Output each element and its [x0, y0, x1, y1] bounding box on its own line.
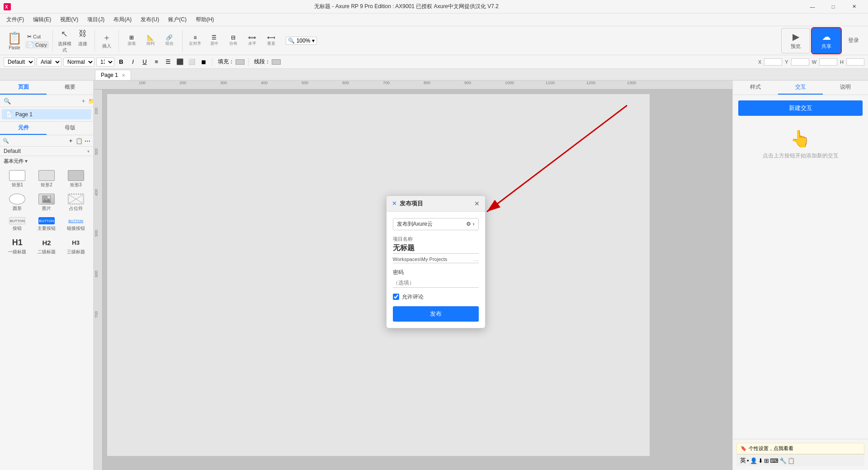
ordered-list-button[interactable]: ≡ — [151, 57, 161, 67]
fill-color-swatch[interactable] — [236, 59, 245, 65]
bottom-icon-6[interactable]: ⌨ — [770, 457, 778, 464]
publish-target-dropdown[interactable]: 发布到Axure云 ⚙ › — [393, 218, 479, 230]
comp-item-placeholder[interactable]: 占位符 — [62, 192, 90, 214]
dialog-close-button[interactable]: ✕ — [474, 200, 480, 207]
style2-select[interactable]: Normal — [63, 57, 94, 66]
paste-button[interactable]: 📋 Paste — [4, 29, 25, 52]
workspace-row: Workspaces\My Projects … — [393, 256, 479, 263]
comp-search-icon[interactable]: 🔍 — [3, 138, 66, 144]
comp-label-rect3: 矩形3 — [70, 182, 82, 188]
comp-item-rect3[interactable]: 矩形3 — [62, 168, 90, 190]
allow-comments-checkbox[interactable] — [393, 294, 399, 300]
menu-publish[interactable]: 发布(U) — [136, 14, 164, 25]
stroke-color-swatch[interactable] — [272, 59, 281, 65]
menu-help[interactable]: 帮助(H) — [191, 14, 219, 25]
comp-item-btn-link[interactable]: BUTTON 链接按钮 — [62, 215, 90, 233]
bottom-icon-7[interactable]: 🔧 — [779, 457, 787, 464]
unordered-list-button[interactable]: ☰ — [163, 57, 173, 67]
h-input[interactable] — [846, 58, 864, 66]
sidebar-search-input[interactable] — [13, 97, 79, 104]
w-input[interactable] — [819, 58, 837, 66]
arrow-right-icon: › — [473, 221, 475, 227]
sidebar-tab-pages[interactable]: 页面 — [0, 81, 47, 95]
menu-account[interactable]: 账户(C) — [164, 14, 191, 25]
bottom-icon-1[interactable]: 英 — [740, 456, 746, 465]
underline-button[interactable]: U — [140, 57, 150, 67]
menu-file[interactable]: 文件(F) — [2, 14, 28, 25]
page-tab-close[interactable]: ✕ — [122, 73, 125, 78]
toolbar-btn-3[interactable]: 🔗 组合 — [160, 33, 179, 47]
align-center-button[interactable]: ⬜ — [187, 57, 197, 67]
comp-add-icon[interactable]: ＋ — [68, 137, 74, 145]
preview-icon: ▶ — [793, 31, 799, 42]
connect-button[interactable]: ⛓ — [75, 28, 91, 40]
comp-item-image[interactable]: 图片 — [33, 192, 61, 214]
close-button[interactable]: ✕ — [844, 0, 864, 14]
comp-copy-icon[interactable]: 📋 — [75, 138, 83, 144]
align-left-button[interactable]: ⬛ — [175, 57, 185, 67]
comp-tab-elements[interactable]: 元件 — [0, 122, 47, 135]
right-tab-style[interactable]: 样式 — [733, 81, 778, 95]
comp-tab-masters[interactable]: 母版 — [47, 122, 93, 135]
comp-item-h2[interactable]: H2 二级标题 — [33, 235, 61, 257]
comp-label-h3: 三级标题 — [67, 249, 85, 255]
add-page-icon[interactable]: ＋ — [80, 97, 86, 105]
menu-project[interactable]: 项目(J) — [83, 14, 109, 25]
x-input[interactable] — [764, 58, 782, 66]
style-select[interactable]: Default — [4, 57, 35, 66]
comp-item-rect2[interactable]: 矩形2 — [33, 168, 61, 190]
cut-button[interactable]: ✂ Cut — [25, 33, 49, 40]
comp-item-oval[interactable]: 圆形 — [4, 192, 31, 214]
select-mode-button[interactable]: ↖ — [57, 28, 73, 40]
sidebar-tab-outline[interactable]: 概要 — [47, 81, 93, 95]
zoom-control[interactable]: 🔍 100% ▾ — [286, 37, 317, 45]
workspace-browse-btn[interactable]: … — [474, 256, 479, 262]
page-tab-1[interactable]: Page 1 ✕ — [95, 70, 131, 80]
align-right-button[interactable]: ◼ — [198, 57, 208, 67]
bottom-icon-8[interactable]: 📋 — [788, 457, 795, 464]
menu-edit[interactable]: 编辑(E) — [28, 14, 56, 25]
comp-item-rect1[interactable]: 矩形1 — [4, 168, 31, 190]
password-input[interactable] — [393, 278, 479, 288]
toolbar-btn-2[interactable]: 📐 排列 — [142, 33, 160, 47]
right-tab-interaction[interactable]: 交互 — [778, 81, 823, 95]
comp-item-btn-primary[interactable]: BUTTON 主要按钮 — [33, 215, 61, 233]
size-select[interactable]: 13 — [96, 57, 114, 66]
publish-button[interactable]: 发布 — [393, 306, 479, 322]
menu-view[interactable]: 视图(V) — [56, 14, 83, 25]
distribute-btn[interactable]: ⊟ 分布 — [224, 33, 242, 47]
italic-button[interactable]: I — [128, 57, 138, 67]
horizontal-btn[interactable]: ⟺ 水平 — [243, 33, 261, 47]
share-button[interactable]: ☁ 共享 — [812, 28, 841, 53]
preview-button[interactable]: ▶ 预览 — [781, 28, 810, 53]
personalize-button[interactable]: 🔖 个性设置，点我看看 — [736, 443, 864, 454]
restore-button[interactable]: □ — [823, 0, 844, 14]
page-item-1[interactable]: 📄 Page 1 — [2, 109, 91, 119]
comp-item-btn[interactable]: BUTTON 按钮 — [4, 215, 31, 233]
comp-more-icon[interactable]: ⋯ — [85, 138, 90, 144]
font-select[interactable]: Arial — [37, 57, 61, 66]
project-name-input[interactable] — [393, 244, 479, 254]
login-button[interactable]: 登录 — [843, 35, 864, 46]
align-center-btn[interactable]: ☰ 居中 — [205, 33, 223, 47]
bottom-icon-3[interactable]: 👤 — [750, 457, 757, 464]
bottom-icon-5[interactable]: ⊞ — [764, 457, 769, 464]
comp-item-h1[interactable]: H1 一级标题 — [4, 235, 31, 257]
comp-item-h3[interactable]: H3 三级标题 — [62, 235, 90, 257]
default-library-dropdown[interactable]: Default ▾ — [0, 147, 93, 156]
vertical-btn[interactable]: ⟻ 垂直 — [262, 33, 280, 47]
align-btn[interactable]: ≡ 左对齐 — [186, 33, 204, 47]
menu-layout[interactable]: 布局(A) — [109, 14, 136, 25]
copy-button[interactable]: 📄 Copy — [25, 41, 49, 48]
right-tab-notes[interactable]: 说明 — [823, 81, 868, 95]
bottom-icon-4[interactable]: ⬇ — [758, 457, 763, 464]
settings-icon[interactable]: ⚙ — [466, 221, 471, 227]
comp-tabs: 元件 母版 — [0, 122, 93, 135]
y-input[interactable] — [791, 58, 809, 66]
bold-button[interactable]: B — [116, 57, 126, 67]
toolbar-btn-1[interactable]: ⊞ 选项 — [123, 33, 141, 47]
insert-button[interactable]: ＋ 插入 — [99, 31, 115, 50]
new-interaction-button[interactable]: 新建交互 — [738, 100, 863, 116]
minimize-button[interactable]: — — [802, 0, 823, 14]
bottom-icon-2[interactable]: • — [747, 457, 749, 464]
